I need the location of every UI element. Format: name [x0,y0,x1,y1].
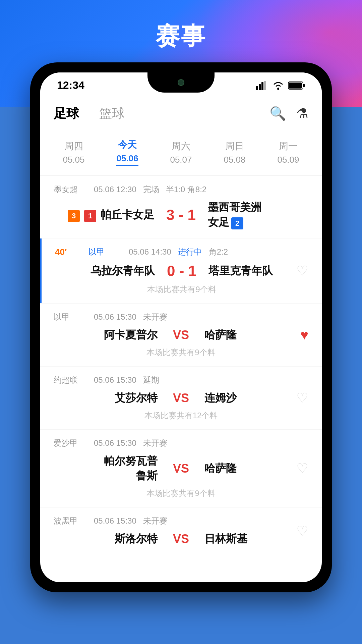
home-team: 阿卡夏普尔 [54,328,158,342]
match-header: 约超联 05.06 15:30 延期 [54,375,308,385]
away-team: 哈萨隆 [204,328,308,342]
match-status: 未开赛 [143,438,167,448]
match-league: 以甲 [54,312,87,322]
match-body: 3 1 帕丘卡女足 3 - 1 墨西哥美洲女足2 [54,200,308,230]
score: 0 - 1 [162,263,202,279]
wifi-icon [272,81,284,90]
match-footer: 本场比赛共有9个料 [54,488,308,499]
home-team: 乌拉尔青年队 [55,264,155,278]
favorite-button[interactable]: ♡ [296,523,308,539]
match-header: 爱沙甲 05.06 15:30 未开赛 [54,438,308,448]
status-time: 12:34 [57,79,84,92]
match-datetime: 05.06 15:30 [94,375,136,385]
match-status: 未开赛 [143,516,167,526]
page-title: 赛事 [0,20,362,52]
away-team: 哈萨隆 [204,461,308,476]
match-body: 艾莎尔特 VS 连姆沙 [54,391,308,406]
status-icons [256,81,305,90]
filter-icon[interactable]: ⚗ [296,106,308,121]
vs-display: VS [164,391,198,405]
match-status: 完场 [143,184,159,195]
match-datetime: 05.06 15:30 [94,312,136,322]
match-corner-info: 角2:2 [209,247,228,257]
match-datetime: 05.06 15:30 [94,438,136,448]
match-datetime: 05.06 15:30 [94,516,136,526]
match-body: 斯洛尔特 VS 日林斯基 [54,532,308,546]
match-header: 40′ 以甲 05.06 14:30 进行中 角2:2 [55,247,308,257]
match-item[interactable]: 爱沙甲 05.06 15:30 未开赛 帕尔努瓦普鲁斯 VS 哈萨隆 本场比赛共… [40,430,322,507]
match-league: 约超联 [54,375,87,385]
phone-screen: 12:34 [40,72,322,582]
svg-rect-1 [259,84,261,90]
svg-rect-0 [256,86,258,90]
phone-frame: 12:34 [30,62,332,592]
camera [178,79,184,86]
away-rank-badge: 2 [231,217,243,229]
nav-actions: 🔍 ⚗ [269,106,308,121]
battery-icon [288,81,305,90]
match-body: 阿卡夏普尔 VS 哈萨隆 [54,328,308,342]
away-team: 墨西哥美洲女足2 [208,200,308,230]
svg-point-4 [277,88,279,90]
vs-display: VS [164,328,198,342]
home-team: 帕尔努瓦普鲁斯 [54,454,158,483]
vs-display: VS [164,532,198,546]
match-header: 以甲 05.06 15:30 未开赛 [54,312,308,322]
match-league: 波黑甲 [54,516,87,526]
match-league: 爱沙甲 [54,438,87,448]
match-body: 乌拉尔青年队 0 - 1 塔里克青年队 [55,263,308,279]
tab-football[interactable]: 足球 [54,105,79,122]
svg-rect-2 [261,82,263,90]
match-item[interactable]: 墨女超 05.06 12:30 完场 半1:0 角8:2 3 1 帕丘卡女足 3… [40,176,322,238]
tab-basketball[interactable]: 篮球 [99,105,125,122]
away-team: 塔里克青年队 [208,264,308,278]
match-item[interactable]: 约超联 05.06 15:30 延期 艾莎尔特 VS 连姆沙 本场比赛共有12个… [40,367,322,429]
home-rank-badge: 3 [68,210,80,222]
vs-display: VS [164,462,198,476]
search-icon[interactable]: 🔍 [269,106,286,121]
match-footer: 本场比赛共有9个料 [54,347,308,358]
match-datetime: 05.06 12:30 [94,185,136,194]
svg-rect-6 [289,83,302,89]
date-tab-sat[interactable]: 周六 05.07 [163,137,198,168]
date-tab-sun[interactable]: 周日 05.08 [217,137,252,168]
away-team: 连姆沙 [204,391,308,406]
favorite-button[interactable]: ♡ [296,461,308,476]
phone-notch [147,72,215,93]
signal-icon [256,81,268,90]
match-list: 墨女超 05.06 12:30 完场 半1:0 角8:2 3 1 帕丘卡女足 3… [40,176,322,554]
favorite-button[interactable]: ♡ [296,390,308,406]
home-team: 艾莎尔特 [54,391,158,406]
match-footer: 本场比赛共有12个料 [54,410,308,421]
match-item[interactable]: 波黑甲 05.06 15:30 未开赛 斯洛尔特 VS 日林斯基 ♡ [40,507,322,554]
match-item[interactable]: 40′ 以甲 05.06 14:30 进行中 角2:2 乌拉尔青年队 0 - 1… [40,238,322,303]
match-datetime: 05.06 14:30 [129,247,171,257]
match-status: 延期 [143,375,159,385]
home-team: 斯洛尔特 [54,532,158,546]
home-team: 3 1 帕丘卡女足 [54,208,154,222]
match-corner-info: 半1:0 角8:2 [166,184,206,195]
favorite-button[interactable]: ♡ [296,263,308,278]
match-header: 波黑甲 05.06 15:30 未开赛 [54,516,308,526]
score: 3 - 1 [161,207,201,223]
match-league: 以甲 [88,247,122,257]
match-status: 进行中 [178,247,202,257]
favorite-button[interactable]: ♥ [300,327,308,342]
away-team: 日林斯基 [204,532,308,546]
date-tab-mon[interactable]: 周一 05.09 [270,137,306,168]
match-footer: 本场比赛共有9个料 [55,284,308,295]
date-tab-thu[interactable]: 周四 05.05 [56,137,91,168]
match-time-badge: 40′ [55,247,82,257]
svg-rect-7 [303,84,305,87]
match-item[interactable]: 以甲 05.06 15:30 未开赛 阿卡夏普尔 VS 哈萨隆 本场比赛共有9个… [40,304,322,366]
nav-tabs: 足球 篮球 🔍 ⚗ [40,95,322,129]
match-status: 未开赛 [143,312,167,322]
match-body: 帕尔努瓦普鲁斯 VS 哈萨隆 [54,454,308,483]
svg-rect-3 [264,81,266,90]
date-tab-today[interactable]: 今天 05.06 [110,136,145,169]
match-header: 墨女超 05.06 12:30 完场 半1:0 角8:2 [54,184,308,195]
home-rank-badge2: 1 [84,210,96,222]
match-league: 墨女超 [54,184,87,195]
date-tabs: 周四 05.05 今天 05.06 周六 05.07 周日 05.08 周一 0… [40,129,322,176]
